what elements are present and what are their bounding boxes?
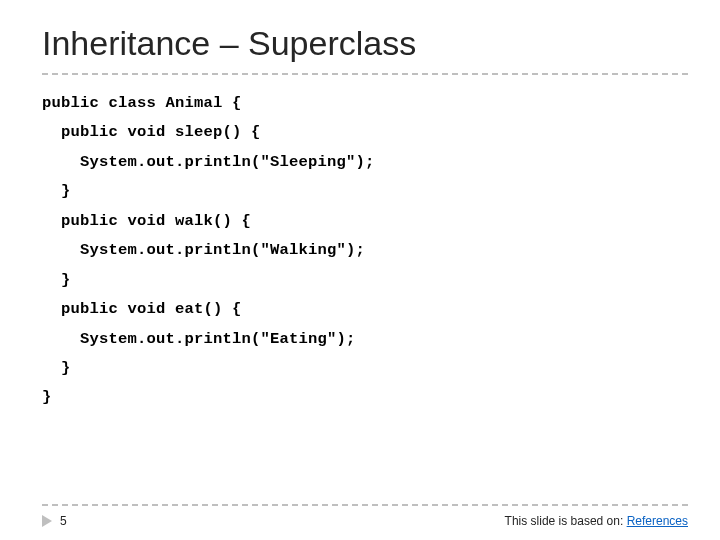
- footer-divider: [42, 504, 688, 506]
- play-icon: [42, 515, 54, 527]
- code-line: System.out.println("Walking");: [42, 241, 365, 259]
- code-line: }: [42, 388, 52, 406]
- footer-attribution: This slide is based on: References: [505, 514, 688, 528]
- code-line: public void walk() {: [42, 212, 251, 230]
- spacer: [42, 413, 688, 504]
- page-number: 5: [60, 514, 67, 528]
- footer-prefix: This slide is based on:: [505, 514, 627, 528]
- code-line: }: [42, 271, 71, 289]
- code-line: public void sleep() {: [42, 123, 261, 141]
- references-link[interactable]: References: [627, 514, 688, 528]
- title-divider: [42, 73, 688, 75]
- slide-title: Inheritance – Superclass: [42, 24, 688, 63]
- code-line: }: [42, 182, 71, 200]
- code-line: System.out.println("Eating");: [42, 330, 356, 348]
- code-block: public class Animal { public void sleep(…: [42, 89, 688, 413]
- svg-marker-0: [42, 515, 52, 527]
- slide: Inheritance – Superclass public class An…: [0, 0, 720, 540]
- code-line: public void eat() {: [42, 300, 242, 318]
- code-line: public class Animal {: [42, 94, 242, 112]
- code-line: }: [42, 359, 71, 377]
- footer: 5 This slide is based on: References: [42, 514, 688, 528]
- code-line: System.out.println("Sleeping");: [42, 153, 375, 171]
